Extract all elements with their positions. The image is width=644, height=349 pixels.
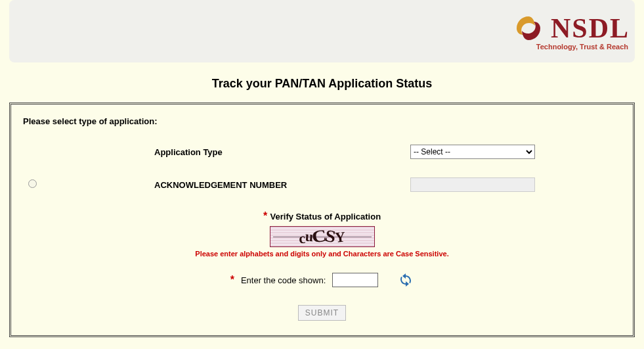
application-type-select[interactable]: -- Select -- bbox=[410, 145, 535, 159]
application-type-label: Application Type bbox=[154, 147, 410, 157]
captcha-input[interactable] bbox=[332, 273, 378, 287]
form-instruction: Please select type of application: bbox=[23, 116, 621, 126]
verify-status-label: Verify Status of Application bbox=[270, 212, 381, 221]
required-asterisk: * bbox=[263, 210, 270, 221]
required-asterisk-2: * bbox=[230, 274, 234, 286]
captcha-note: Please enter alphabets and digits only a… bbox=[23, 250, 621, 258]
acknowledgement-label: ACKNOWLEDGEMENT NUMBER bbox=[154, 180, 410, 190]
acknowledgement-input bbox=[410, 177, 535, 192]
enter-code-label: Enter the code shown: bbox=[241, 275, 326, 285]
submit-button[interactable]: SUBMIT bbox=[298, 305, 346, 321]
page-title: Track your PAN/TAN Application Status bbox=[9, 77, 635, 91]
ack-radio[interactable] bbox=[28, 179, 37, 188]
row-acknowledgement: ACKNOWLEDGEMENT NUMBER bbox=[23, 177, 621, 192]
brand-tagline: Technology, Trust & Reach bbox=[536, 43, 630, 51]
brand-logo: NSDL Technology, Trust & Reach bbox=[513, 12, 630, 51]
captcha-entry-row: * Enter the code shown: bbox=[23, 272, 621, 288]
captcha-image: cuCSY bbox=[270, 226, 375, 247]
page: NSDL Technology, Trust & Reach Track you… bbox=[0, 0, 644, 349]
captcha-section: * Verify Status of Application cuCSY Ple… bbox=[23, 210, 621, 321]
header-bar: NSDL Technology, Trust & Reach bbox=[9, 0, 635, 62]
row-application-type: Application Type -- Select -- bbox=[23, 145, 621, 159]
refresh-captcha-icon[interactable] bbox=[398, 272, 414, 288]
brand-name: NSDL bbox=[551, 12, 630, 44]
form-container: Please select type of application: Appli… bbox=[9, 103, 635, 337]
nsdl-swirl-icon bbox=[513, 12, 544, 44]
